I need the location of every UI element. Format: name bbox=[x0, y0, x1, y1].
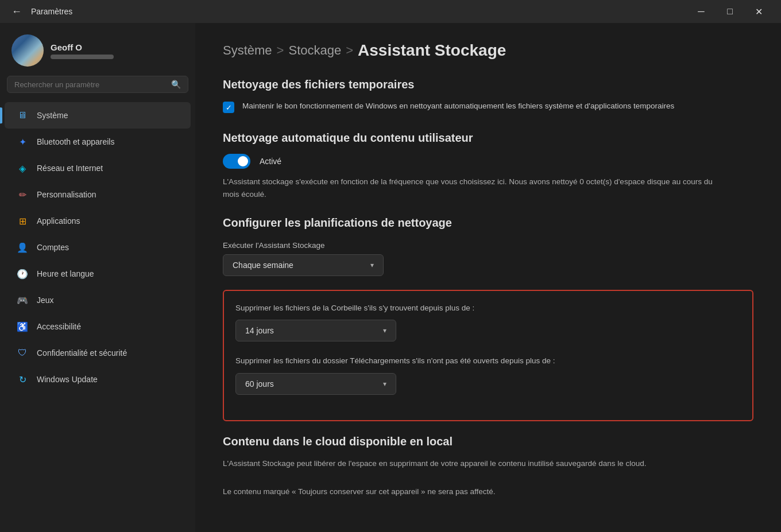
personalization-icon: ✏ bbox=[16, 188, 29, 201]
configure-title: Configurer les planifications de nettoya… bbox=[223, 216, 753, 230]
accounts-icon: 👤 bbox=[16, 241, 29, 254]
cloud-desc2: Le contenu marqué « Toujours conserver s… bbox=[223, 486, 717, 498]
recycle-dropdown-value: 14 jours bbox=[245, 326, 274, 335]
cloud-desc1: L'Assistant Stockage peut libérer de l'e… bbox=[223, 457, 717, 470]
breadcrumb-current: Assistant Stockage bbox=[358, 41, 506, 60]
sidebar-item-network[interactable]: ◈Réseau et Internet bbox=[5, 155, 191, 181]
avatar bbox=[11, 34, 44, 67]
downloads-dropdown[interactable]: 60 jours ▾ bbox=[235, 373, 396, 395]
accessibility-icon: ♿ bbox=[16, 320, 29, 333]
sidebar-item-privacy[interactable]: 🛡Confidentialité et sécurité bbox=[5, 340, 191, 366]
run-chevron-icon: ▾ bbox=[370, 261, 374, 269]
sidebar-item-accounts[interactable]: 👤Comptes bbox=[5, 234, 191, 261]
sidebar-item-label-time: Heure et langue bbox=[37, 269, 94, 278]
breadcrumb-part1: Système bbox=[223, 43, 272, 58]
auto-clean-description: L'Assistant stockage s'exécute en foncti… bbox=[223, 176, 717, 200]
titlebar-left: ← Paramètres bbox=[9, 3, 72, 20]
user-email bbox=[51, 55, 114, 59]
search-input[interactable] bbox=[14, 80, 171, 89]
sidebar-item-apps[interactable]: ⊞Applications bbox=[5, 208, 191, 234]
toggle-label: Activé bbox=[260, 157, 281, 166]
downloads-dropdown-value: 60 jours bbox=[245, 379, 274, 389]
temp-files-title: Nettoyage des fichiers temporaires bbox=[223, 78, 753, 91]
breadcrumb-sep1: > bbox=[277, 43, 284, 58]
close-button[interactable]: ✕ bbox=[745, 2, 772, 21]
sidebar-item-label-bluetooth: Bluetooth et appareils bbox=[37, 137, 114, 146]
cloud-title: Contenu dans le cloud disponible en loca… bbox=[223, 435, 753, 448]
auto-clean-toggle[interactable] bbox=[223, 154, 250, 169]
temp-files-row: ✓ Maintenir le bon fonctionnement de Win… bbox=[223, 100, 753, 113]
downloads-label: Supprimer les fichiers du dossier Téléch… bbox=[235, 355, 741, 367]
apps-icon: ⊞ bbox=[16, 215, 29, 227]
sidebar-item-system[interactable]: 🖥Système bbox=[5, 102, 191, 129]
main-content: Système > Stockage > Assistant Stockage … bbox=[195, 23, 781, 532]
toggle-row: Activé bbox=[223, 154, 753, 169]
network-icon: ◈ bbox=[16, 162, 29, 174]
titlebar: ← Paramètres ─ □ ✕ bbox=[0, 0, 781, 23]
sidebar-item-label-gaming: Jeux bbox=[37, 296, 54, 305]
sidebar-item-personalization[interactable]: ✏Personnalisation bbox=[5, 181, 191, 208]
search-icon: 🔍 bbox=[171, 80, 181, 89]
toggle-knob bbox=[238, 156, 248, 166]
titlebar-title: Paramètres bbox=[31, 7, 72, 16]
bluetooth-icon: ✦ bbox=[16, 135, 29, 148]
sidebar-item-label-privacy: Confidentialité et sécurité bbox=[37, 348, 127, 358]
time-icon: 🕐 bbox=[16, 267, 29, 280]
sidebar: Geoff O 🔍 🖥Système✦Bluetooth et appareil… bbox=[0, 23, 195, 532]
user-name: Geoff O bbox=[51, 42, 114, 52]
sidebar-item-gaming[interactable]: 🎮Jeux bbox=[5, 287, 191, 313]
privacy-icon: 🛡 bbox=[16, 347, 29, 359]
user-info: Geoff O bbox=[51, 42, 114, 59]
avatar-image bbox=[11, 34, 44, 67]
search-box[interactable]: 🔍 bbox=[7, 76, 188, 93]
sidebar-item-label-update: Windows Update bbox=[37, 375, 98, 384]
sidebar-item-label-network: Réseau et Internet bbox=[37, 164, 103, 173]
breadcrumb-sep2: > bbox=[346, 43, 353, 58]
back-button[interactable]: ← bbox=[9, 3, 24, 20]
run-label: Exécuter l'Assistant Stockage bbox=[223, 241, 753, 250]
temp-files-label: Maintenir le bon fonctionnement de Windo… bbox=[242, 100, 674, 112]
sidebar-item-bluetooth[interactable]: ✦Bluetooth et appareils bbox=[5, 129, 191, 155]
update-icon: ↻ bbox=[16, 373, 29, 386]
breadcrumb-part2: Stockage bbox=[288, 43, 341, 58]
temp-files-checkbox[interactable]: ✓ bbox=[223, 102, 234, 113]
run-dropdown[interactable]: Chaque semaine ▾ bbox=[223, 254, 384, 276]
auto-clean-title: Nettoyage automatique du contenu utilisa… bbox=[223, 131, 753, 145]
recycle-label: Supprimer les fichiers de la Corbeille s… bbox=[235, 302, 741, 314]
run-dropdown-value: Chaque semaine bbox=[233, 261, 293, 270]
highlight-box: Supprimer les fichiers de la Corbeille s… bbox=[223, 290, 753, 421]
sidebar-item-label-accounts: Comptes bbox=[37, 243, 69, 252]
maximize-button[interactable]: □ bbox=[717, 2, 743, 21]
sidebar-item-update[interactable]: ↻Windows Update bbox=[5, 366, 191, 393]
system-icon: 🖥 bbox=[16, 109, 29, 122]
gaming-icon: 🎮 bbox=[16, 294, 29, 306]
downloads-chevron-icon: ▾ bbox=[383, 380, 386, 388]
sidebar-nav: 🖥Système✦Bluetooth et appareils◈Réseau e… bbox=[0, 102, 195, 393]
minimize-button[interactable]: ─ bbox=[688, 2, 714, 21]
user-section: Geoff O bbox=[0, 23, 195, 76]
sidebar-item-label-apps: Applications bbox=[37, 216, 80, 226]
sidebar-item-label-system: Système bbox=[37, 111, 68, 120]
titlebar-controls: ─ □ ✕ bbox=[688, 2, 772, 21]
sidebar-item-time[interactable]: 🕐Heure et langue bbox=[5, 261, 191, 287]
app-body: Geoff O 🔍 🖥Système✦Bluetooth et appareil… bbox=[0, 23, 781, 532]
sidebar-item-label-accessibility: Accessibilité bbox=[37, 322, 81, 331]
recycle-chevron-icon: ▾ bbox=[383, 327, 386, 335]
cloud-section: Contenu dans le cloud disponible en loca… bbox=[223, 435, 753, 498]
breadcrumb: Système > Stockage > Assistant Stockage bbox=[223, 41, 753, 60]
recycle-dropdown[interactable]: 14 jours ▾ bbox=[235, 320, 396, 341]
sidebar-item-label-personalization: Personnalisation bbox=[37, 190, 96, 199]
sidebar-item-accessibility[interactable]: ♿Accessibilité bbox=[5, 313, 191, 340]
